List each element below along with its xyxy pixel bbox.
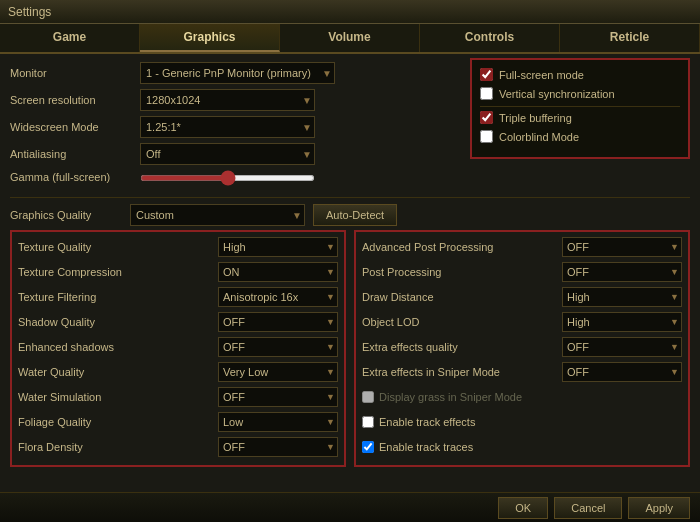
foliage-quality-label: Foliage Quality	[18, 416, 218, 428]
vsync-checkbox[interactable]	[480, 87, 493, 100]
extra-effects-select[interactable]: OFF	[562, 337, 682, 357]
display-grass-label: Display grass in Sniper Mode	[379, 391, 682, 403]
graphics-quality-select[interactable]: Custom	[130, 204, 305, 226]
tab-reticle[interactable]: Reticle	[560, 24, 700, 52]
enhanced-shadows-label: Enhanced shadows	[18, 341, 218, 353]
monitor-label: Monitor	[10, 67, 140, 79]
object-lod-select[interactable]: High	[562, 312, 682, 332]
water-quality-select[interactable]: Very Low	[218, 362, 338, 382]
draw-distance-select[interactable]: High	[562, 287, 682, 307]
bottom-bar: OK Cancel Apply	[0, 492, 700, 522]
colorblind-checkbox[interactable]	[480, 130, 493, 143]
widescreen-label: Widescreen Mode	[10, 121, 140, 133]
object-lod-label: Object LOD	[362, 316, 562, 328]
flora-density-select[interactable]: OFF	[218, 437, 338, 457]
tab-volume[interactable]: Volume	[280, 24, 420, 52]
apply-button[interactable]: Apply	[628, 497, 690, 519]
display-grass-checkbox[interactable]	[362, 391, 374, 403]
cancel-button[interactable]: Cancel	[554, 497, 622, 519]
texture-compression-label: Texture Compression	[18, 266, 218, 278]
tab-controls[interactable]: Controls	[420, 24, 560, 52]
title-text: Settings	[8, 5, 51, 19]
texture-compression-select[interactable]: ON	[218, 262, 338, 282]
texture-filtering-label: Texture Filtering	[18, 291, 218, 303]
vsync-label: Vertical synchronization	[499, 88, 615, 100]
colorblind-label: Colorblind Mode	[499, 131, 579, 143]
water-simulation-label: Water Simulation	[18, 391, 218, 403]
auto-detect-button[interactable]: Auto-Detect	[313, 204, 397, 226]
gamma-slider[interactable]	[140, 175, 315, 181]
tabs-bar: Game Graphics Volume Controls Reticle	[0, 24, 700, 54]
enable-track-traces-label: Enable track traces	[379, 441, 682, 453]
adv-post-select[interactable]: OFF	[562, 237, 682, 257]
post-processing-select[interactable]: OFF	[562, 262, 682, 282]
resolution-label: Screen resolution	[10, 94, 140, 106]
enable-track-effects-label: Enable track effects	[379, 416, 682, 428]
triple-buffer-label: Triple buffering	[499, 112, 572, 124]
left-grid: Texture Quality High ▼ Texture Compressi…	[10, 230, 346, 467]
antialiasing-label: Antialiasing	[10, 148, 140, 160]
post-processing-label: Post Processing	[362, 266, 562, 278]
enhanced-shadows-select[interactable]: OFF	[218, 337, 338, 357]
graphics-quality-label: Graphics Quality	[10, 209, 130, 221]
right-panel: Full-screen mode Vertical synchronizatio…	[470, 58, 690, 159]
gamma-label: Gamma (full-screen)	[10, 171, 140, 183]
extra-effects-label: Extra effects quality	[362, 341, 562, 353]
widescreen-select[interactable]: 1.25:1*	[140, 116, 315, 138]
enable-track-traces-checkbox[interactable]	[362, 441, 374, 453]
shadow-quality-select[interactable]: OFF	[218, 312, 338, 332]
texture-filtering-select[interactable]: Anisotropic 16x	[218, 287, 338, 307]
extra-effects-sniper-select[interactable]: OFF	[562, 362, 682, 382]
texture-quality-select[interactable]: High	[218, 237, 338, 257]
draw-distance-label: Draw Distance	[362, 291, 562, 303]
title-bar: Settings	[0, 0, 700, 24]
fullscreen-label: Full-screen mode	[499, 69, 584, 81]
foliage-quality-select[interactable]: Low	[218, 412, 338, 432]
triple-buffer-checkbox[interactable]	[480, 111, 493, 124]
extra-effects-sniper-label: Extra effects in Sniper Mode	[362, 366, 562, 378]
adv-post-label: Advanced Post Processing	[362, 241, 562, 253]
water-quality-label: Water Quality	[18, 366, 218, 378]
resolution-select[interactable]: 1280x1024	[140, 89, 315, 111]
ok-button[interactable]: OK	[498, 497, 548, 519]
tab-graphics[interactable]: Graphics	[140, 24, 280, 52]
enable-track-effects-checkbox[interactable]	[362, 416, 374, 428]
shadow-quality-label: Shadow Quality	[18, 316, 218, 328]
water-simulation-select[interactable]: OFF	[218, 387, 338, 407]
antialiasing-select[interactable]: Off	[140, 143, 315, 165]
tab-game[interactable]: Game	[0, 24, 140, 52]
fullscreen-checkbox[interactable]	[480, 68, 493, 81]
flora-density-label: Flora Density	[18, 441, 218, 453]
monitor-select[interactable]: 1 - Generic PnP Monitor (primary)	[140, 62, 335, 84]
texture-quality-label: Texture Quality	[18, 241, 218, 253]
right-grid: Advanced Post Processing OFF ▼ Post Proc…	[354, 230, 690, 467]
